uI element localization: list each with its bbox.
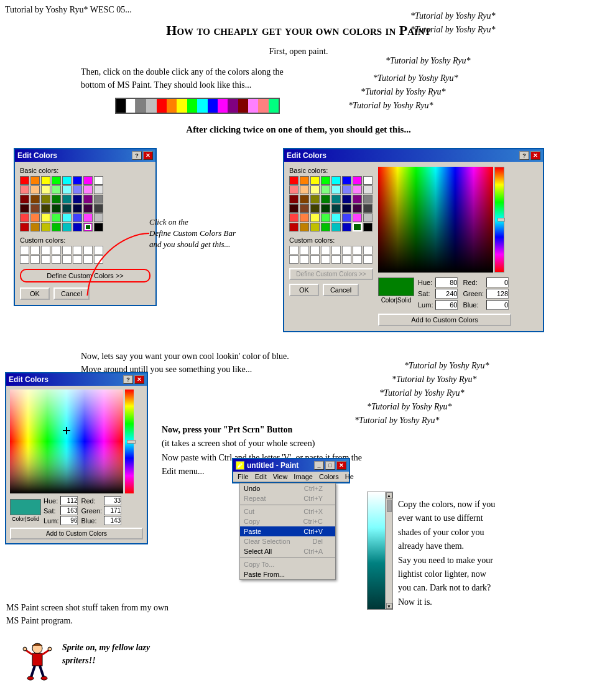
paint-icon: 🖌 [236, 461, 244, 470]
context-menu: UndoCtrl+Z RepeatCtrl+Y CutCtrl+X CopyCt… [239, 483, 336, 580]
watermark-11: *Tutorial by Yoshy Ryu* [354, 416, 440, 426]
dialog-small-help-btn[interactable]: ? [132, 151, 142, 160]
cm-clear-selection[interactable]: Clear SelectionDel [240, 536, 335, 546]
watermark-4: *Tutorial by Yoshy Ryu* [373, 73, 458, 83]
color-gradient-picker[interactable] [378, 167, 493, 273]
menu-colors[interactable]: Colors [316, 472, 342, 481]
watermark-3: *Tutorial by Yoshy Ryu* [386, 56, 471, 66]
cm-undo[interactable]: UndoCtrl+Z [240, 483, 335, 493]
picker-green-input[interactable] [104, 506, 121, 515]
cm-select-all[interactable]: Select AllCtrl+A [240, 546, 335, 556]
dialog-large-close-btn[interactable]: ✕ [530, 151, 540, 160]
ok-btn-large[interactable]: OK [289, 284, 319, 296]
dialog-large-help-btn[interactable]: ? [519, 151, 529, 160]
picker-gradient[interactable] [10, 390, 123, 493]
watermark-7: *Tutorial by Yoshy Ryu* [404, 361, 489, 371]
annotation-arrow [75, 221, 155, 296]
lum-input[interactable] [435, 300, 458, 310]
dialog-large-titlebar: Edit Colors ? ✕ [284, 149, 543, 162]
main-title: How to cheaply get your own colors in Pa… [0, 22, 597, 39]
sat-input[interactable] [435, 289, 458, 299]
hue-slider[interactable] [494, 167, 504, 273]
cm-paste-from[interactable]: Paste From... [240, 569, 335, 579]
edit-colors-dialog-large: Edit Colors ? ✕ Basic colors: [283, 148, 544, 332]
picker-blue-input[interactable] [104, 516, 121, 525]
picker-sat-input[interactable] [60, 506, 78, 515]
watermark-9: *Tutorial by Yoshy Ryu* [379, 388, 465, 398]
picker-dialog-close-btn[interactable]: ✕ [134, 375, 144, 384]
color-swatch-strip [115, 98, 280, 114]
ms-paint-note: MS Paint screen shot stuff taken from my… [6, 601, 169, 627]
watermark-10: *Tutorial by Yoshy Ryu* [367, 402, 452, 412]
sprite-on-text: Sprite on, my fellow lazy spriters!! [62, 641, 150, 667]
lum-label: Lum: [418, 301, 433, 309]
teal-strip: ▲ ▼ [367, 492, 393, 610]
svg-rect-1 [10, 390, 123, 493]
cm-copy[interactable]: CopyCtrl+C [240, 516, 335, 526]
step2-text: Then, click on the double click any of t… [81, 65, 284, 91]
add-custom-colors-btn-large[interactable]: Add to Custom Colors [378, 314, 511, 326]
picker-dialog-help-btn[interactable]: ? [123, 375, 133, 384]
dialog-small-close-btn[interactable]: ✕ [143, 151, 153, 160]
step1-text: First, open paint. [0, 47, 597, 57]
picker-lum-input[interactable] [60, 516, 78, 525]
green-input[interactable] [486, 289, 509, 299]
picker-sat-label: Sat: [44, 507, 58, 515]
blue-input[interactable] [486, 300, 509, 310]
cm-cut[interactable]: CutCtrl+X [240, 506, 335, 516]
watermark-6: *Tutorial by Yoshy Ryu* [348, 101, 433, 111]
svg-point-8 [23, 647, 27, 651]
svg-rect-5 [32, 653, 42, 666]
hue-input[interactable] [435, 278, 458, 287]
picker-red-label: Red: [81, 497, 102, 505]
add-custom-colors-picker-btn[interactable]: Add to Custom Colors [10, 528, 143, 539]
watermark-5: *Tutorial by Yoshy Ryu* [361, 87, 446, 97]
menu-help[interactable]: He [342, 472, 357, 481]
menu-edit[interactable]: Edit [252, 472, 270, 481]
menu-view[interactable]: View [270, 472, 291, 481]
menu-image[interactable]: Image [290, 472, 316, 481]
paint-min-btn[interactable]: _ [314, 461, 324, 470]
cm-separator-2 [240, 558, 335, 558]
watermark-1: *Tutorial by Yoshy Ryu* [410, 11, 496, 21]
watermark-2: *Tutorial by Yoshy Ryu* [410, 25, 496, 35]
svg-line-11 [40, 666, 44, 677]
picker-green-label: Green: [81, 507, 102, 515]
paint-window: 🖌 untitled - Paint _ □ ✕ File Edit View … [232, 458, 350, 483]
edit-colors-picker-dialog: Edit Colors ? ✕ [5, 372, 148, 544]
basic-colors-label-small: Basic colors: [20, 167, 150, 174]
menu-file[interactable]: File [234, 472, 252, 481]
picker-hue-input[interactable] [60, 496, 78, 505]
dialog-small-titlebar: Edit Colors ? ✕ [15, 149, 155, 162]
ok-btn-small[interactable]: OK [20, 287, 50, 300]
color-preview [378, 278, 414, 296]
red-label: Red: [463, 279, 484, 286]
picker-hue-label: Hue: [44, 497, 58, 505]
paint-max-btn[interactable]: □ [325, 461, 335, 470]
hue-label: Hue: [418, 279, 433, 286]
cm-repeat[interactable]: RepeatCtrl+Y [240, 493, 335, 503]
red-input[interactable] [486, 278, 509, 287]
green-label: Green: [463, 290, 484, 297]
sat-label: Sat: [418, 290, 433, 297]
watermark-8: *Tutorial by Yoshy Ryu* [392, 375, 477, 385]
wesc-header: Tutorial by Yoshy Ryu* WESC 05... [5, 5, 132, 15]
color-solid-label: Color|Solid [381, 297, 412, 304]
step3-label: After clicking twice on one of them, you… [0, 124, 597, 135]
picker-color-preview [10, 499, 41, 515]
define-custom-colors-btn-large[interactable]: Define Custom Colors >> [289, 268, 373, 280]
cm-copy-to[interactable]: Copy To... [240, 559, 335, 569]
copy-colors-text: Copy the colors, now if you ever want to… [398, 498, 495, 609]
picker-hue-bar[interactable] [124, 390, 134, 493]
svg-point-9 [48, 647, 52, 651]
paint-titlebar: 🖌 untitled - Paint _ □ ✕ [233, 459, 349, 472]
paint-menubar: File Edit View Image Colors He [233, 472, 349, 482]
picker-red-input[interactable] [104, 496, 121, 505]
blue-label: Blue: [463, 301, 484, 309]
cancel-btn-large[interactable]: Cancel [323, 284, 359, 296]
paint-close-btn[interactable]: ✕ [336, 461, 346, 470]
svg-line-10 [31, 666, 35, 677]
cm-paste[interactable]: PasteCtrl+V [240, 526, 335, 536]
svg-point-12 [27, 676, 34, 680]
svg-point-13 [41, 676, 47, 680]
